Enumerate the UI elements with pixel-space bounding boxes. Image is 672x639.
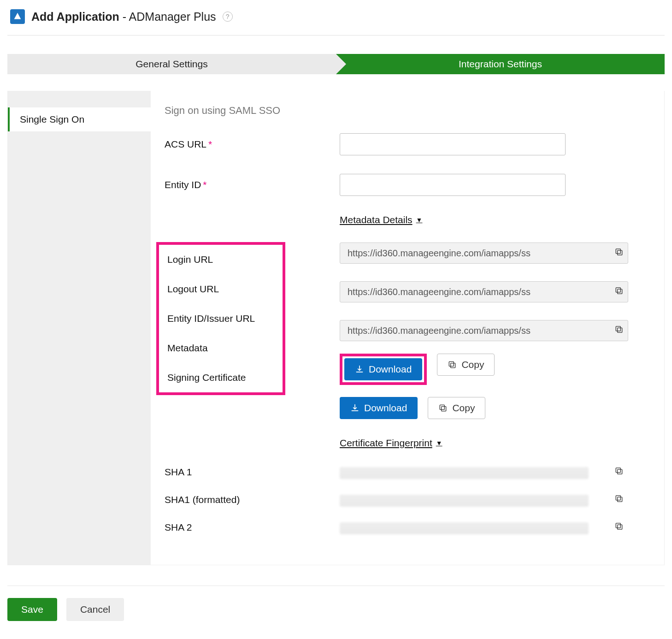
action-bar: Save Cancel bbox=[7, 586, 665, 639]
cancel-button[interactable]: Cancel bbox=[66, 598, 124, 621]
copy-icon[interactable] bbox=[614, 467, 624, 478]
metadata-download-button[interactable]: Download bbox=[344, 358, 422, 380]
login-url-label: Login URL bbox=[167, 250, 283, 274]
sha2-field[interactable] bbox=[340, 521, 628, 534]
svg-rect-14 bbox=[618, 525, 622, 529]
sha1-field[interactable] bbox=[340, 465, 628, 479]
issuer-url-field[interactable] bbox=[340, 320, 628, 341]
copy-icon[interactable] bbox=[614, 286, 624, 298]
svg-rect-11 bbox=[616, 468, 620, 473]
entity-id-input[interactable] bbox=[340, 174, 566, 196]
issuer-url-label: Entity ID/Issuer URL bbox=[167, 304, 283, 333]
metadata-label: Metadata bbox=[167, 333, 283, 363]
svg-rect-12 bbox=[618, 497, 622, 502]
save-button[interactable]: Save bbox=[7, 598, 57, 621]
svg-rect-4 bbox=[618, 328, 622, 332]
svg-rect-5 bbox=[616, 326, 620, 331]
copy-icon[interactable] bbox=[614, 522, 624, 533]
login-url-field[interactable] bbox=[340, 243, 628, 264]
acs-url-input[interactable] bbox=[340, 133, 566, 155]
step-integration-settings[interactable]: Integration Settings bbox=[336, 54, 665, 74]
content-area: Sign on using SAML SSO ACS URL* Entity I… bbox=[151, 91, 664, 565]
svg-rect-2 bbox=[618, 289, 622, 294]
sha1-label: SHA 1 bbox=[165, 467, 340, 478]
svg-rect-6 bbox=[451, 363, 455, 368]
logout-url-field[interactable] bbox=[340, 281, 628, 302]
cert-download-button[interactable]: Download bbox=[340, 397, 418, 419]
copy-icon[interactable] bbox=[614, 248, 624, 259]
svg-rect-8 bbox=[442, 407, 446, 411]
page-header: Add Application - ADManager Plus ? bbox=[7, 6, 665, 36]
stepper: General Settings Integration Settings bbox=[7, 54, 665, 74]
certificate-fingerprint-toggle[interactable]: Certificate Fingerprint ▼ bbox=[340, 438, 442, 449]
sha2-label: SHA 2 bbox=[165, 522, 340, 533]
page-title: Add Application - ADManager Plus bbox=[31, 10, 216, 24]
sha1-formatted-field[interactable] bbox=[340, 493, 628, 507]
entity-id-label: Entity ID* bbox=[165, 179, 340, 190]
metadata-copy-button[interactable]: Copy bbox=[437, 354, 495, 376]
metadata-details-toggle[interactable]: Metadata Details▼ bbox=[340, 214, 422, 225]
signing-cert-label: Signing Certificate bbox=[167, 363, 283, 387]
svg-rect-1 bbox=[616, 249, 620, 254]
sha1-formatted-label: SHA1 (formatted) bbox=[165, 494, 340, 505]
step-general-settings[interactable]: General Settings bbox=[7, 54, 336, 74]
svg-rect-7 bbox=[449, 361, 454, 366]
cert-copy-button[interactable]: Copy bbox=[428, 397, 485, 419]
svg-rect-13 bbox=[616, 496, 620, 500]
acs-url-label: ACS URL* bbox=[165, 139, 340, 150]
highlighted-download-box: Download bbox=[340, 354, 427, 385]
copy-icon[interactable] bbox=[614, 325, 624, 337]
svg-rect-10 bbox=[618, 469, 622, 474]
logout-url-label: Logout URL bbox=[167, 274, 283, 304]
app-logo bbox=[10, 9, 25, 24]
svg-rect-3 bbox=[616, 288, 620, 292]
svg-rect-9 bbox=[440, 405, 445, 409]
svg-rect-0 bbox=[618, 250, 622, 255]
sidebar: Single Sign On bbox=[8, 91, 151, 565]
copy-icon[interactable] bbox=[614, 494, 624, 506]
section-title: Sign on using SAML SSO bbox=[165, 105, 650, 117]
svg-rect-15 bbox=[616, 523, 620, 528]
help-icon[interactable]: ? bbox=[223, 12, 233, 22]
highlighted-labels-box: Login URL Logout URL Entity ID/Issuer UR… bbox=[156, 242, 285, 395]
sidebar-item-sso[interactable]: Single Sign On bbox=[8, 107, 151, 131]
